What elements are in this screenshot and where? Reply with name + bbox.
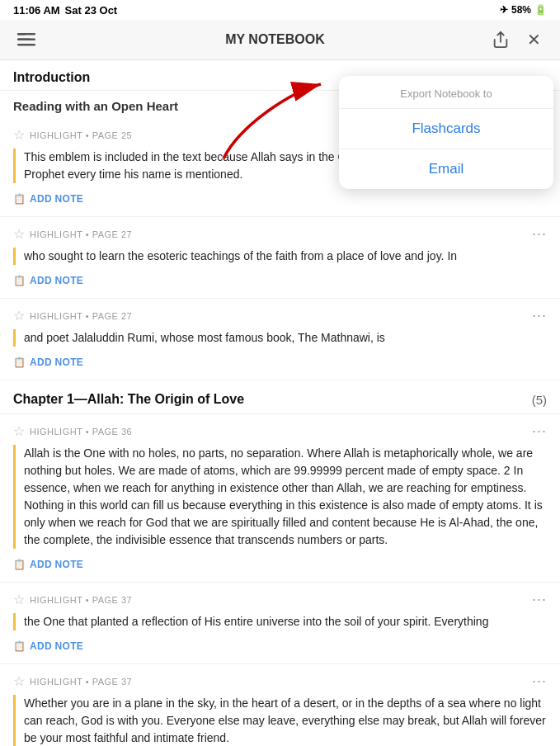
battery-icon: 🔋: [534, 4, 547, 16]
time: 11:06 AM: [13, 4, 60, 17]
more-button[interactable]: ···: [532, 423, 547, 440]
note-icon: 📋: [13, 559, 26, 570]
note-icon: 📋: [13, 356, 26, 368]
highlight-meta: ☆ HIGHLIGHT • PAGE 27 ···: [13, 307, 547, 324]
highlight-label: HIGHLIGHT • PAGE 25: [30, 130, 132, 140]
add-note-button[interactable]: 📋 ADD NOTE: [13, 353, 547, 376]
highlight-label: HIGHLIGHT • PAGE 27: [30, 229, 132, 239]
star-icon[interactable]: ☆: [13, 127, 25, 143]
date: Sat 23 Oct: [65, 4, 118, 17]
highlight-text: Whether you are in a plane in the sky, i…: [24, 696, 546, 744]
add-note-label: ADD NOTE: [30, 275, 83, 286]
header-title: MY NOTEBOOK: [63, 32, 487, 47]
note-icon: 📋: [13, 193, 26, 205]
export-popup: Export Notebook to Flashcards Email: [339, 76, 553, 189]
add-note-label: ADD NOTE: [30, 193, 83, 205]
close-button[interactable]: ✕: [520, 26, 547, 53]
highlight-label: HIGHLIGHT • PAGE 37: [30, 677, 132, 687]
chapter-title: Chapter 1—Allah: The Origin of Love: [13, 392, 244, 407]
highlight-meta: ☆ HIGHLIGHT • PAGE 36 ···: [13, 423, 547, 440]
header: MY NOTEBOOK ✕ Export Notebook to Flashca…: [0, 20, 560, 60]
share-button[interactable]: [487, 26, 514, 53]
add-note-button[interactable]: 📋 ADD NOTE: [13, 190, 547, 213]
header-left: [13, 26, 63, 53]
highlight-content: Whether you are in a plane in the sky, i…: [13, 695, 547, 746]
svg-rect-4: [17, 39, 31, 41]
svg-rect-3: [17, 33, 26, 35]
highlight-meta: ☆ HIGHLIGHT • PAGE 37 ···: [13, 591, 547, 608]
add-note-button[interactable]: 📋 ADD NOTE: [13, 555, 547, 578]
more-button[interactable]: ···: [532, 225, 547, 243]
note-icon: 📋: [13, 640, 26, 652]
star-icon[interactable]: ☆: [13, 673, 25, 689]
highlight-label: HIGHLIGHT • PAGE 27: [30, 311, 132, 321]
chapter-header: Chapter 1—Allah: The Origin of Love (5): [0, 380, 560, 414]
status-right: ✈ 58% 🔋: [500, 4, 547, 16]
status-bar: 11:06 AM Sat 23 Oct ✈ 58% 🔋: [0, 0, 560, 20]
add-note-button[interactable]: 📋 ADD NOTE: [13, 271, 547, 295]
export-email[interactable]: Email: [339, 149, 553, 189]
export-popup-title: Export Notebook to: [339, 76, 553, 109]
highlight-content: the One that planted a reflection of His…: [13, 613, 547, 630]
star-icon[interactable]: ☆: [13, 423, 25, 439]
highlight-content: Allah is the One with no holes, no parts…: [13, 445, 547, 549]
add-note-button[interactable]: 📋 ADD NOTE: [13, 637, 547, 660]
highlight-entry: ☆ HIGHLIGHT • PAGE 37 ··· Whether you ar…: [0, 664, 560, 746]
more-button[interactable]: ···: [532, 673, 547, 690]
highlight-entry: ☆ HIGHLIGHT • PAGE 37 ··· the One that p…: [0, 583, 560, 664]
signal-icon: ✈: [500, 4, 508, 16]
highlight-entry: ☆ HIGHLIGHT • PAGE 36 ··· Allah is the O…: [0, 414, 560, 583]
highlight-text: who sought to learn the esoteric teachin…: [24, 249, 457, 262]
highlight-label: HIGHLIGHT • PAGE 36: [30, 427, 132, 437]
highlight-entry: ☆ HIGHLIGHT • PAGE 27 ··· and poet Jalal…: [0, 299, 560, 380]
battery-label: 58%: [511, 4, 531, 16]
highlight-label: HIGHLIGHT • PAGE 37: [30, 595, 132, 605]
star-icon[interactable]: ☆: [13, 592, 25, 607]
highlight-meta: ☆ HIGHLIGHT • PAGE 27 ···: [13, 225, 547, 243]
highlight-text: the One that planted a reflection of His…: [24, 615, 488, 628]
star-icon[interactable]: ☆: [13, 308, 25, 323]
add-note-label: ADD NOTE: [30, 640, 83, 652]
add-note-label: ADD NOTE: [30, 559, 83, 570]
more-button[interactable]: ···: [532, 307, 547, 324]
status-left: 11:06 AM Sat 23 Oct: [13, 4, 117, 17]
export-flashcards[interactable]: Flashcards: [339, 109, 553, 149]
highlight-content: and poet Jalaluddin Rumi, whose most fam…: [13, 329, 547, 347]
highlight-text: Allah is the One with no holes, no parts…: [24, 446, 543, 546]
more-button[interactable]: ···: [532, 591, 547, 608]
highlight-content: who sought to learn the esoteric teachin…: [13, 248, 547, 265]
highlight-meta: ☆ HIGHLIGHT • PAGE 37 ···: [13, 673, 547, 690]
menu-button[interactable]: [13, 26, 40, 53]
section-intro-title: Introduction: [13, 70, 90, 84]
add-note-label: ADD NOTE: [30, 356, 83, 368]
svg-rect-2: [17, 44, 35, 46]
highlight-text: and poet Jalaluddin Rumi, whose most fam…: [24, 331, 385, 344]
chapter-count: (5): [532, 393, 547, 407]
note-icon: 📋: [13, 275, 26, 286]
highlight-entry: ☆ HIGHLIGHT • PAGE 27 ··· who sought to …: [0, 217, 560, 299]
header-right: ✕: [487, 26, 547, 53]
star-icon[interactable]: ☆: [13, 226, 25, 242]
